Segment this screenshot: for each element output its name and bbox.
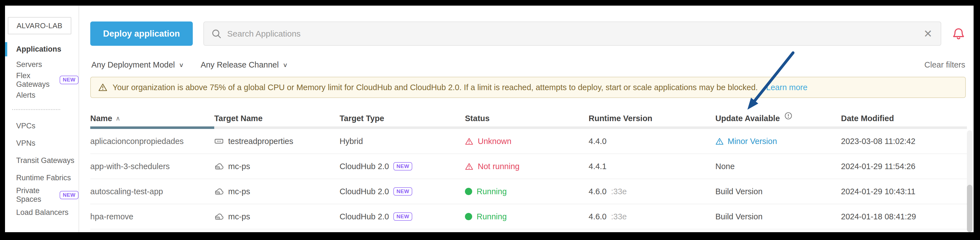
deploy-application-button[interactable]: Deploy application	[90, 21, 193, 46]
runtime-version-cell: 4.6.0:33e	[589, 187, 715, 196]
sorted-column-underline	[90, 126, 214, 129]
target-type: Hybrid	[340, 137, 363, 146]
running-status-dot-icon	[465, 188, 472, 195]
runtime-version-cell: 4.6.0:33e	[589, 212, 715, 221]
table-row[interactable]: app-with-3-schedulers mc-ps CloudHub 2.0…	[90, 154, 967, 179]
column-header-name[interactable]: Name ∧	[90, 114, 214, 123]
update-available-link[interactable]: Minor Version	[715, 137, 777, 146]
status-cell: Unknown	[465, 137, 589, 146]
app-name: aplicacionconpropiedades	[90, 137, 214, 146]
update-available-cell: None	[715, 162, 841, 171]
sidebar-item-label: VPNs	[16, 139, 35, 148]
deployment-model-dropdown[interactable]: Any Deployment Model ∨	[91, 60, 184, 69]
sidebar-item-label: Alerts	[16, 91, 35, 100]
runtime-version-cell: 4.4.0	[589, 137, 715, 146]
search-bar: ✕	[204, 21, 941, 46]
applications-table: Name ∧ Target Name Target Type Status Ru…	[90, 110, 967, 229]
sidebar-divider	[12, 109, 60, 110]
release-channel-value: Any Release Channel	[200, 60, 279, 69]
app-name: autoscaling-test-app	[90, 187, 214, 196]
runtime-build-suffix: :33e	[611, 187, 627, 196]
table-row[interactable]: aplicacionconpropiedades testreadpropert…	[90, 129, 967, 154]
date-modified: 2024-01-29 11:54:26	[841, 162, 967, 171]
column-header-runtime-version[interactable]: Runtime Version	[589, 114, 715, 123]
runtime-version: 4.4.1	[589, 162, 607, 171]
target-name: testreadproperties	[228, 137, 293, 146]
target-type-cell: CloudHub 2.0 NEW	[340, 212, 465, 221]
update-available-cell: Minor Version	[715, 137, 841, 146]
target-name-cell: mc-ps	[214, 212, 340, 221]
table-row[interactable]: hpa-remove mc-ps CloudHub 2.0 NEW Runnin…	[90, 204, 967, 229]
status-cell: Not running	[465, 162, 589, 171]
clear-search-icon[interactable]: ✕	[922, 29, 934, 39]
environment-label: ALVARO-LAB	[17, 21, 62, 30]
clear-filters-link[interactable]: Clear filters	[924, 60, 965, 69]
sidebar-item-private-spaces[interactable]: Private Spaces NEW	[5, 186, 78, 204]
status-text: Running	[477, 212, 507, 221]
sidebar-item-vpcs[interactable]: VPCs	[5, 117, 78, 134]
sidebar: ALVARO-LAB Applications Servers Flex Gat…	[5, 6, 79, 232]
sidebar-item-applications[interactable]: Applications	[5, 42, 78, 57]
table-row[interactable]: autoscaling-test-app mc-ps CloudHub 2.0 …	[90, 179, 967, 204]
search-input[interactable]	[228, 29, 917, 38]
private-space-cloud-icon	[214, 212, 224, 221]
app-name: hpa-remove	[90, 212, 214, 221]
column-header-update-available[interactable]: Update Available	[715, 114, 841, 123]
sidebar-item-transit-gateways[interactable]: Transit Gateways	[5, 152, 78, 169]
target-name-cell: mc-ps	[214, 162, 340, 171]
table-scrollbar-track[interactable]	[967, 130, 972, 230]
new-badge: NEW	[393, 187, 412, 196]
target-type: CloudHub 2.0	[340, 162, 389, 171]
warning-triangle-icon	[465, 163, 473, 170]
runtime-version: 4.4.0	[589, 137, 607, 146]
private-space-cloud-icon	[214, 162, 224, 171]
sidebar-item-label: Runtime Fabrics	[16, 174, 71, 182]
sort-ascending-icon: ∧	[116, 115, 120, 122]
search-icon	[211, 29, 222, 39]
target-name: mc-ps	[228, 187, 250, 196]
runtime-version: 4.6.0	[589, 187, 607, 196]
environment-selector[interactable]: ALVARO-LAB	[8, 17, 71, 34]
sidebar-item-label: Load Balancers	[16, 208, 68, 217]
sidebar-item-flex-gateways[interactable]: Flex Gateways NEW	[5, 72, 78, 88]
info-tooltip-icon[interactable]	[784, 112, 792, 120]
target-name: mc-ps	[228, 212, 250, 221]
chevron-down-icon: ∨	[179, 61, 184, 68]
running-status-dot-icon	[465, 213, 472, 220]
sidebar-nav-secondary: VPCs VPNs Transit Gateways Runtime Fabri…	[5, 117, 78, 221]
status-cell: Running	[465, 212, 589, 221]
sidebar-item-label: Private Spaces	[16, 186, 55, 204]
private-space-cloud-icon	[214, 187, 224, 196]
status-text: Unknown	[478, 137, 511, 146]
sidebar-item-load-balancers[interactable]: Load Balancers	[5, 204, 78, 221]
target-type: CloudHub 2.0	[340, 187, 389, 196]
main-panel: Deploy application ✕ Any Deployment Mode…	[80, 6, 974, 232]
runtime-build-suffix: :33e	[611, 212, 627, 221]
sidebar-item-alerts[interactable]: Alerts	[5, 88, 78, 103]
deployment-model-value: Any Deployment Model	[91, 60, 175, 69]
warning-triangle-icon	[98, 83, 108, 91]
sidebar-item-label: Flex Gateways	[16, 72, 55, 89]
column-header-target-type[interactable]: Target Type	[340, 114, 465, 123]
status-text: Running	[477, 187, 507, 196]
sidebar-item-servers[interactable]: Servers	[5, 57, 78, 72]
table-scrollbar-thumb[interactable]	[967, 185, 972, 232]
sidebar-item-label: Servers	[16, 60, 42, 69]
column-header-status[interactable]: Status	[465, 114, 589, 123]
sidebar-nav-primary: Applications Servers Flex Gateways NEW A…	[5, 42, 78, 103]
sidebar-item-runtime-fabrics[interactable]: Runtime Fabrics	[5, 169, 78, 186]
learn-more-link[interactable]: Learn more	[766, 83, 807, 92]
table-header-row: Name ∧ Target Name Target Type Status Ru…	[90, 110, 967, 126]
release-channel-dropdown[interactable]: Any Release Channel ∨	[200, 60, 288, 69]
warning-message: Your organization is above 75% of a glob…	[113, 83, 758, 92]
notifications-bell-icon[interactable]	[952, 27, 965, 41]
new-badge: NEW	[60, 191, 78, 200]
sidebar-item-vpns[interactable]: VPNs	[5, 134, 78, 152]
column-header-date-modified[interactable]: Date Modified	[841, 114, 967, 123]
column-header-target-name[interactable]: Target Name	[214, 114, 340, 123]
header-underline	[90, 126, 967, 129]
warning-triangle-icon	[465, 138, 473, 145]
server-icon	[214, 137, 224, 146]
date-modified: 2024-01-29 10:43:11	[841, 187, 967, 196]
target-type-cell: CloudHub 2.0 NEW	[340, 162, 465, 171]
